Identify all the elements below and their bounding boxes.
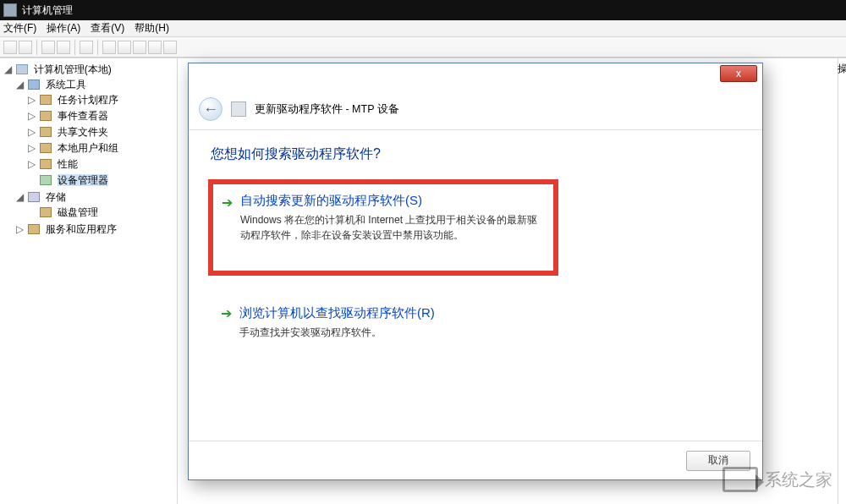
toolbar-icon[interactable] [163,41,177,54]
toolbar-icon[interactable] [57,41,70,54]
scheduler-icon [40,95,52,105]
tree-twisty-icon[interactable]: ◢ [3,63,12,75]
window-title: 计算机管理 [22,3,73,18]
event-icon [40,111,52,121]
menu-help[interactable]: 帮助(H) [135,21,169,36]
dialog-title: 更新驱动程序软件 - MTP 设备 [255,102,399,117]
toolbar-icon[interactable] [41,41,55,54]
tree-label: 存储 [46,191,66,203]
toolbar-icon[interactable] [133,41,146,54]
menu-bar: 文件(F) 操作(A) 查看(V) 帮助(H) [0,20,846,37]
dialog-question: 您想如何搜索驱动程序软件? [211,145,740,163]
tree-label: 系统工具 [46,79,86,90]
cancel-button[interactable]: 取消 [686,451,750,471]
folder-icon [40,127,52,137]
actions-pane-stub: 操 [838,58,846,504]
toolbar-separator [97,40,98,55]
storage-icon [28,192,40,202]
close-button[interactable]: x [720,65,757,82]
tree-storage[interactable]: ◢ 存储 磁盘管理 [15,189,175,222]
tree-spacer [27,174,36,186]
tools-icon [28,79,40,90]
toolbar-icon[interactable] [80,41,93,54]
toolbar-separator [74,40,75,55]
menu-file[interactable]: 文件(F) [3,21,36,36]
main-area: ◢ 计算机管理(本地) ◢ 系统工具 ▷ 任务计划 [0,58,846,504]
tree-disk-mgmt[interactable]: 磁盘管理 [27,205,175,221]
tree-twisty-icon[interactable]: ◢ [15,79,24,90]
dialog-footer: 取消 [189,441,762,479]
watermark-text: 系统之家 [765,468,832,491]
tree-spacer [27,206,36,218]
perf-icon [40,159,52,169]
tree-event-viewer[interactable]: ▷ 事件查看器 [27,108,175,124]
arrow-left-icon: ← [203,101,218,118]
device-icon [231,101,246,117]
menu-action[interactable]: 操作(A) [47,21,80,36]
toolbar [0,37,846,58]
disk-icon [40,207,52,217]
tree-twisty-icon[interactable]: ◢ [15,191,24,203]
menu-view[interactable]: 查看(V) [91,21,124,36]
tree-label: 服务和应用程序 [46,223,117,235]
tree-label: 设备管理器 [58,174,108,186]
arrow-right-icon: ➔ [222,196,233,210]
tree-twisty-icon[interactable]: ▷ [27,158,36,170]
dialog-header: ← 更新驱动程序软件 - MTP 设备 [189,94,762,129]
tree-label: 任务计划程序 [58,94,118,106]
toolbar-forward-icon[interactable] [19,41,32,54]
tree-label: 本地用户和组 [58,142,118,154]
tree-local-users[interactable]: ▷ 本地用户和组 [27,140,175,156]
sidebar-tree: ◢ 计算机管理(本地) ◢ 系统工具 ▷ 任务计划 [0,58,178,504]
device-manager-icon [40,175,52,185]
toolbar-icon[interactable] [148,41,162,54]
option-browse[interactable]: ➔ 浏览计算机以查找驱动程序软件(R) 手动查找并安装驱动程序软件。 [211,293,740,343]
tree-twisty-icon[interactable]: ▷ [27,142,36,154]
toolbar-separator [36,40,37,55]
option-browse-desc: 手动查找并安装驱动程序软件。 [239,325,727,340]
tree-system-tools[interactable]: ◢ 系统工具 ▷ 任务计划程序 ▷ [15,77,175,189]
content-pane: ◢GUKIND74A ▷DVD/CD-ROM 驱动器 ▷IDE ATA/ATAP… [178,58,846,504]
tree-root[interactable]: ◢ 计算机管理(本地) ◢ 系统工具 ▷ 任务计划 [3,62,175,238]
computer-icon [16,64,28,74]
toolbar-icon[interactable] [118,41,131,54]
divider [189,129,762,130]
toolbar-icon[interactable] [102,41,116,54]
option-auto-title: 自动搜索更新的驱动程序软件(S) [240,193,541,209]
tree-label: 磁盘管理 [58,206,98,218]
tree-device-manager[interactable]: 设备管理器 [27,173,175,189]
update-driver-dialog: x ← 更新驱动程序软件 - MTP 设备 您想如何搜索驱动程序软件? ➔ 自动… [188,63,763,480]
tree-label: 性能 [58,158,78,170]
users-icon [40,143,52,153]
services-icon [28,224,40,234]
back-button[interactable]: ← [199,97,222,121]
option-auto-search[interactable]: ➔ 自动搜索更新的驱动程序软件(S) Windows 将在您的计算机和 Inte… [211,182,556,273]
tree-twisty-icon[interactable]: ▷ [15,223,24,235]
tree-twisty-icon[interactable]: ▷ [27,94,36,106]
tree-twisty-icon[interactable]: ▷ [27,110,36,122]
app-icon [3,3,17,17]
tree-task-scheduler[interactable]: ▷ 任务计划程序 [27,92,175,108]
toolbar-back-icon[interactable] [3,41,17,54]
tree-services-apps[interactable]: ▷ 服务和应用程序 [15,222,175,238]
window-titlebar: 计算机管理 [0,0,846,20]
tree-root-label: 计算机管理(本地) [34,63,112,75]
tree-shared-folders[interactable]: ▷ 共享文件夹 [27,124,175,140]
option-browse-title: 浏览计算机以查找驱动程序软件(R) [239,305,727,321]
tree-label: 事件查看器 [58,110,108,122]
option-auto-desc: Windows 将在您的计算机和 Internet 上查找用于相关设备的最新驱动… [240,212,541,243]
tree-twisty-icon[interactable]: ▷ [27,126,36,138]
tree-label: 共享文件夹 [58,126,108,138]
tree-performance[interactable]: ▷ 性能 [27,156,175,173]
arrow-right-icon: ➔ [221,307,232,320]
